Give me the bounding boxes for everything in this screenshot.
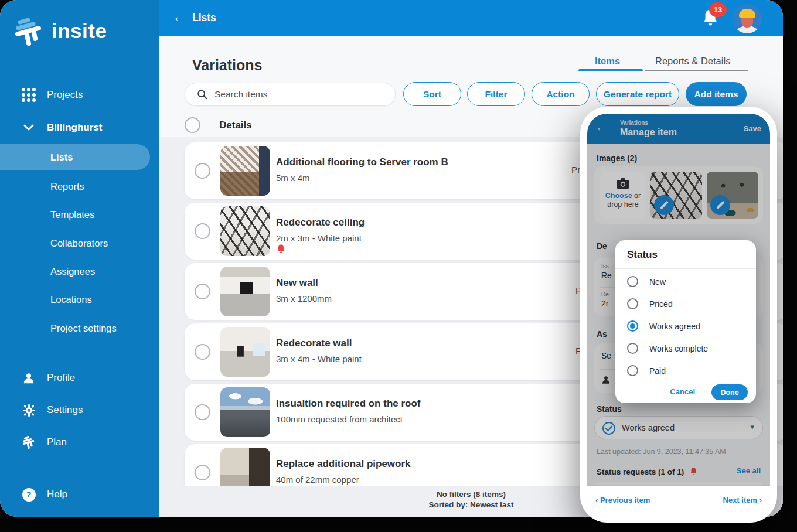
add-items-button[interactable]: Add items [686, 82, 747, 106]
generate-report-button[interactable]: Generate report [596, 82, 679, 106]
item-photo-thumbnail [220, 206, 270, 256]
projects-grid-icon [21, 88, 36, 102]
status-option-paid[interactable]: Paid [615, 360, 756, 382]
topbar: ← Lists 13 [159, 0, 783, 36]
avatar[interactable] [733, 4, 762, 33]
item-checkbox[interactable] [195, 284, 210, 299]
person-icon [21, 371, 36, 384]
screenshot-stage: insite Projects Billinghurst Lists Repor… [0, 0, 797, 532]
search-bar[interactable] [185, 83, 396, 106]
item-photo-thumbnail [220, 267, 270, 316]
back-arrow-icon[interactable]: ← [172, 9, 186, 25]
phone-screen: ← Variations Manage item Save Images (2)… [587, 114, 770, 516]
radio-icon[interactable] [627, 298, 638, 309]
radio-icon[interactable] [627, 276, 638, 287]
plan-icon [21, 435, 36, 449]
gear-icon [21, 404, 36, 417]
radio-selected-icon[interactable] [627, 320, 638, 332]
notification-badge: 13 [709, 2, 727, 17]
item-checkbox[interactable] [195, 465, 210, 480]
cancel-button[interactable]: Cancel [670, 387, 695, 396]
topbar-title: Lists [192, 12, 216, 24]
search-input[interactable] [214, 89, 379, 100]
sidebar-item-templates[interactable]: Templates [50, 209, 94, 220]
sidebar-item-plan[interactable]: Plan [0, 429, 159, 455]
done-button[interactable]: Done [711, 384, 748, 400]
status-option-works-agreed[interactable]: Works agreed [615, 315, 756, 337]
item-checkbox[interactable] [195, 404, 210, 420]
previous-item-button[interactable]: ‹ Previous item [595, 496, 650, 504]
list-header-row: Details [185, 117, 252, 133]
item-photo-thumbnail [220, 387, 270, 437]
phone-footer-nav: ‹ Previous item Next item › [587, 486, 770, 516]
sidebar-divider [21, 352, 126, 352]
sidebar-item-settings[interactable]: Settings [0, 397, 159, 423]
app-logo: insite [13, 15, 107, 47]
sidebar-divider [21, 468, 126, 468]
inactive-tab-underline [645, 70, 748, 71]
dialog-title: Status [627, 249, 658, 261]
filter-button[interactable]: Filter [467, 82, 525, 106]
active-tab-underline [578, 69, 643, 71]
sidebar-item-collaborators[interactable]: Collaborators [50, 238, 108, 249]
radio-icon[interactable] [627, 365, 638, 376]
action-button[interactable]: Action [532, 82, 590, 106]
item-checkbox[interactable] [195, 344, 210, 360]
radio-icon[interactable] [627, 343, 638, 354]
sidebar-item-reports[interactable]: Reports [50, 181, 84, 192]
insite-logo-icon [13, 15, 45, 47]
select-all-checkbox[interactable] [185, 117, 200, 133]
sidebar: insite Projects Billinghurst Lists Repor… [0, 0, 159, 517]
sidebar-item-profile[interactable]: Profile [0, 365, 159, 391]
status-dialog: Status New Priced Works agreed Works com… [615, 240, 756, 403]
chevron-down-icon [21, 124, 36, 131]
sidebar-item-project-settings[interactable]: Project settings [50, 323, 117, 334]
sidebar-item-project[interactable]: Billinghurst [0, 115, 159, 141]
help-icon: ? [21, 488, 36, 502]
search-icon [197, 89, 207, 100]
sidebar-item-projects[interactable]: Projects [0, 82, 159, 108]
item-checkbox[interactable] [195, 223, 210, 239]
sidebar-item-help[interactable]: ? Help [0, 482, 159, 507]
status-option-new[interactable]: New [615, 271, 756, 293]
tab-reports-details[interactable]: Reports & Details [655, 56, 730, 67]
tab-items[interactable]: Items [595, 56, 620, 67]
phone-modal: ← Variations Manage item Save Images (2)… [580, 107, 777, 523]
item-checkbox[interactable] [195, 163, 210, 179]
page-title: Variations [192, 57, 263, 74]
next-item-button[interactable]: Next item › [723, 496, 762, 504]
sidebar-item-locations[interactable]: Locations [50, 294, 92, 305]
list-header-label: Details [219, 120, 252, 131]
alert-bell-icon [276, 244, 286, 257]
item-photo-thumbnail [220, 327, 270, 377]
status-option-priced[interactable]: Priced [615, 293, 756, 315]
sidebar-item-assignees[interactable]: Assignees [50, 266, 95, 277]
sort-button[interactable]: Sort [403, 82, 461, 106]
item-photo-thumbnail [220, 146, 270, 196]
logo-text: insite [52, 19, 107, 43]
status-option-works-complete[interactable]: Works complete [615, 337, 756, 360]
sidebar-item-lists[interactable]: Lists [0, 144, 150, 170]
